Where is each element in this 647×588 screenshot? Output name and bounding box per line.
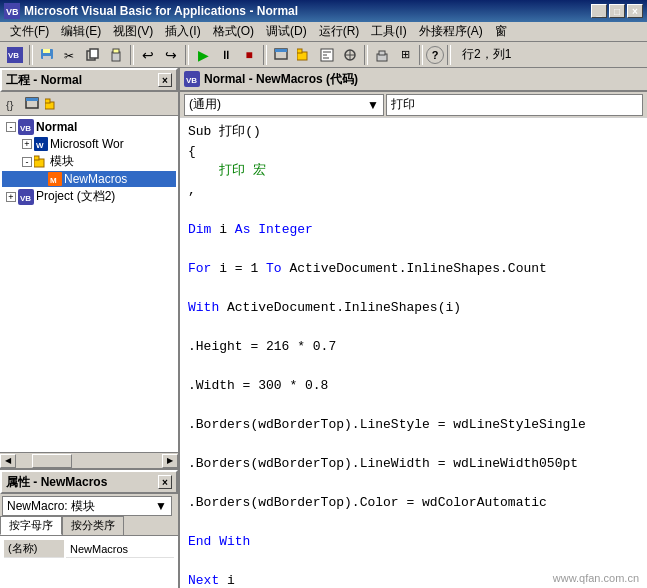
module-dropdown[interactable]: (通用) ▼ xyxy=(184,94,384,116)
toolbar-copy-btn[interactable] xyxy=(82,44,104,66)
code-text-12: .Height = 216 * 0.7 xyxy=(188,337,336,357)
code-line-8: For i = 1 To ActiveDocument.InlineShapes… xyxy=(188,259,639,279)
toolbar-undo-btn[interactable]: ↩ xyxy=(137,44,159,66)
toolbar-sep-4 xyxy=(263,45,267,65)
procedure-dropdown[interactable]: 打印 xyxy=(386,94,643,116)
left-panel: 工程 - Normal × {} xyxy=(0,68,180,588)
code-text-3: 打印 宏 xyxy=(188,161,266,181)
toolbar-sep-3 xyxy=(185,45,189,65)
toggle-folders-btn[interactable] xyxy=(42,95,62,113)
menu-addins[interactable]: 外接程序(A) xyxy=(413,21,489,42)
properties-table: (名称) NewMacros xyxy=(2,538,176,560)
properties-panel-title: 属性 - NewMacros xyxy=(6,474,158,491)
hscroll-thumb[interactable] xyxy=(32,454,72,468)
toolbar-sep-5 xyxy=(364,45,368,65)
expand-word[interactable]: + xyxy=(22,139,32,149)
code-text-19 xyxy=(188,473,196,493)
code-text-10b: ActiveDocument.InlineShapes(i) xyxy=(227,298,461,318)
code-text-20: .Borders(wdBorderTop).Color = wdColorAut… xyxy=(188,493,547,513)
view-code-btn[interactable]: {} xyxy=(2,95,22,113)
code-editor-panel: VB Normal - NewMacros (代码) (通用) ▼ 打印 Sub… xyxy=(180,68,647,588)
tree-item-project2[interactable]: + VB Project (文档2) xyxy=(2,187,176,206)
toolbar-run-btn[interactable]: ▶ xyxy=(192,44,214,66)
toolbar-redo-btn[interactable]: ↪ xyxy=(160,44,182,66)
expand-modules[interactable]: - xyxy=(22,157,32,167)
hscroll-right-btn[interactable]: ▶ xyxy=(162,454,178,468)
procedure-dropdown-value: 打印 xyxy=(391,96,415,113)
properties-panel-header: 属性 - NewMacros × xyxy=(0,470,178,494)
menu-debug[interactable]: 调试(D) xyxy=(260,21,313,42)
code-text-11 xyxy=(188,317,196,337)
menu-insert[interactable]: 插入(I) xyxy=(159,21,206,42)
maximize-button[interactable]: □ xyxy=(609,4,625,18)
close-button[interactable]: × xyxy=(627,4,643,18)
project-panel-close[interactable]: × xyxy=(158,73,172,87)
code-line-17 xyxy=(188,434,639,454)
expand-project2[interactable]: + xyxy=(6,192,16,202)
properties-tab-category[interactable]: 按分类序 xyxy=(62,516,124,535)
svg-rect-14 xyxy=(275,49,287,52)
code-line-5 xyxy=(188,200,639,220)
toolbar-pause-btn[interactable]: ⏸ xyxy=(215,44,237,66)
code-text-23 xyxy=(188,551,196,571)
code-text-5 xyxy=(188,200,196,220)
menu-edit[interactable]: 编辑(E) xyxy=(55,21,107,42)
project-panel-title: 工程 - Normal xyxy=(6,72,158,89)
menu-file[interactable]: 文件(F) xyxy=(4,21,55,42)
code-line-21 xyxy=(188,512,639,532)
toolbar-vba-icon[interactable]: VB xyxy=(4,44,26,66)
toolbar-toolbox-btn[interactable] xyxy=(371,44,393,66)
properties-dropdown[interactable]: NewMacro: 模块 ▼ xyxy=(2,496,172,516)
code-text-13 xyxy=(188,356,196,376)
code-text-2: { xyxy=(188,142,196,162)
minimize-button[interactable]: _ xyxy=(591,4,607,18)
tree-item-word[interactable]: + W Microsoft Wor xyxy=(2,136,176,152)
toolbar-sep-1 xyxy=(29,45,33,65)
toolbar-sep-6 xyxy=(419,45,423,65)
code-text-8c: ActiveDocument.InlineShapes.Count xyxy=(289,259,546,279)
code-line-6: Dim i As Integer xyxy=(188,220,639,240)
code-line-18: .Borders(wdBorderTop).LineWidth = wdLine… xyxy=(188,454,639,474)
properties-panel-close[interactable]: × xyxy=(158,475,172,489)
code-keyword-end-with: End With xyxy=(188,532,250,552)
toolbar-userform-btn[interactable] xyxy=(270,44,292,66)
props-name-value[interactable]: NewMacros xyxy=(66,540,174,558)
props-name-label: (名称) xyxy=(4,540,64,558)
properties-tabs: 按字母序 按分类序 xyxy=(0,516,178,536)
tree-item-modules[interactable]: - 模块 xyxy=(2,152,176,171)
menu-window[interactable]: 窗 xyxy=(489,21,513,42)
toolbar-extra-btn[interactable]: ⊞ xyxy=(394,44,416,66)
tree-item-newmacros[interactable]: M NewMacros xyxy=(2,171,176,187)
code-line-1: Sub 打印() xyxy=(188,122,639,142)
main-toolbar: VB ✂ ↩ ↪ ▶ ⏸ ■ xyxy=(0,42,647,68)
toolbar-stop-btn[interactable]: ■ xyxy=(238,44,260,66)
svg-text:VB: VB xyxy=(8,51,19,60)
toolbar-save-btn[interactable] xyxy=(36,44,58,66)
menu-run[interactable]: 运行(R) xyxy=(313,21,366,42)
project-tree-hscroll[interactable]: ◀ ▶ xyxy=(0,452,178,468)
toolbar-props-btn[interactable] xyxy=(316,44,338,66)
toolbar-cut-btn[interactable]: ✂ xyxy=(59,44,81,66)
menu-tools[interactable]: 工具(I) xyxy=(365,21,412,42)
expand-normal[interactable]: - xyxy=(6,122,16,132)
menu-format[interactable]: 格式(O) xyxy=(207,21,260,42)
svg-rect-7 xyxy=(43,49,50,53)
svg-text:VB: VB xyxy=(20,124,31,133)
hscroll-left-btn[interactable]: ◀ xyxy=(0,454,16,468)
properties-tab-alpha[interactable]: 按字母序 xyxy=(0,516,62,535)
toolbar-paste-btn[interactable] xyxy=(105,44,127,66)
menu-view[interactable]: 视图(V) xyxy=(107,21,159,42)
tree-item-normal[interactable]: - VB Normal xyxy=(2,118,176,136)
window-title: Microsoft Visual Basic for Applications … xyxy=(24,4,591,18)
svg-rect-25 xyxy=(379,51,385,55)
svg-rect-10 xyxy=(90,49,98,58)
toolbar-help-btn[interactable]: ? xyxy=(426,46,444,64)
toolbar-objectbrowser-btn[interactable] xyxy=(339,44,361,66)
svg-text:VB: VB xyxy=(186,76,197,85)
code-keyword-as: As xyxy=(235,220,258,240)
code-editor-area[interactable]: Sub 打印() { 打印 宏 , Dim i As Integer xyxy=(180,118,647,588)
toolbar-project-btn[interactable] xyxy=(293,44,315,66)
svg-text:M: M xyxy=(50,176,57,185)
code-keyword-dim: Dim xyxy=(188,220,219,240)
view-object-btn[interactable] xyxy=(22,95,42,113)
